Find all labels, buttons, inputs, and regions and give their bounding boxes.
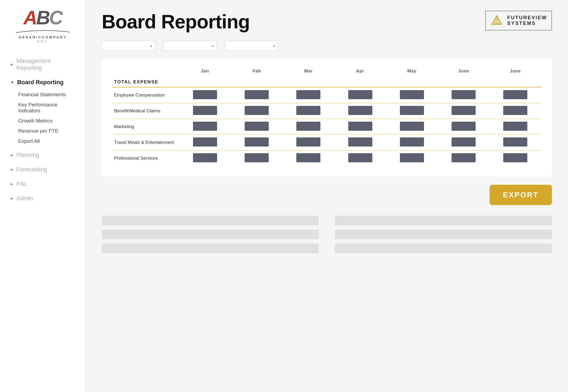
- table-header-jan: Jan: [179, 67, 231, 76]
- data-bar: [400, 153, 424, 162]
- sidebar-item-forecasting[interactable]: ▶ Forecasting: [8, 162, 77, 177]
- data-bar: [348, 137, 372, 147]
- board-reporting-subitems: Financial Statements Key Performance Ind…: [8, 90, 77, 146]
- logo-swoosh: [11, 27, 75, 35]
- table-header-may: May: [386, 67, 438, 76]
- placeholder-bar: [102, 244, 319, 253]
- data-cell: [179, 135, 231, 151]
- export-button[interactable]: EXPORT: [490, 185, 552, 205]
- table-header-row: Jan Feb Mar Apr May June June: [112, 67, 541, 76]
- data-bar: [296, 153, 320, 162]
- placeholder-bar: [102, 230, 319, 239]
- arrow-icon: ▶: [11, 182, 13, 186]
- filter-dropdown-1[interactable]: [102, 41, 155, 51]
- data-cell: [179, 87, 231, 103]
- data-cell: [334, 151, 386, 166]
- table-row: Travel Meals & Entertainment: [112, 135, 541, 151]
- data-cell: [438, 87, 489, 103]
- filter-wrapper-1: [102, 41, 155, 51]
- total-expense-label: TOTAL EXPENSE: [112, 76, 541, 87]
- data-cell: [490, 119, 541, 135]
- data-cell: [231, 151, 283, 166]
- table-row: Professional Services: [112, 151, 541, 166]
- sidebar-item-label: Forecasting: [16, 166, 47, 173]
- data-bar: [400, 137, 424, 147]
- data-bar: [193, 122, 217, 131]
- logo-company-name: GenericCompany: [18, 35, 67, 39]
- sidebar-item-revenue-per-fte[interactable]: Revenue per FTE: [17, 126, 77, 136]
- row-label-benefit-medical: Benefit/Medical Claims: [112, 103, 179, 119]
- row-label-marketing: Marketing: [112, 119, 179, 135]
- table-header-june1: June: [438, 67, 489, 76]
- data-cell: [334, 87, 386, 103]
- data-cell: [386, 103, 438, 119]
- sidebar-item-pandl[interactable]: ▶ P&L: [8, 177, 77, 191]
- bottom-area: [102, 216, 552, 253]
- data-cell: [490, 87, 541, 103]
- arrow-icon: ▼: [11, 80, 14, 84]
- data-cell: [283, 87, 334, 103]
- data-bar: [245, 106, 269, 115]
- row-label-travel: Travel Meals & Entertainment: [112, 135, 179, 151]
- arrow-icon: ▶: [11, 63, 13, 66]
- data-bar: [296, 106, 320, 115]
- filters-row: [102, 41, 552, 51]
- page-title: Board Reporting: [102, 11, 250, 33]
- placeholder-bar: [102, 216, 319, 225]
- data-bar: [452, 122, 476, 131]
- data-cell: [386, 151, 438, 166]
- brand-name-bottom: SYSTEMS: [507, 21, 547, 26]
- data-cell: [490, 151, 541, 166]
- arrow-icon: ▶: [11, 168, 13, 171]
- data-cell: [179, 103, 231, 119]
- brand-text: FUTUREVIEW SYSTEMS: [507, 15, 547, 26]
- placeholder-bar: [335, 244, 552, 253]
- data-cell: [490, 135, 541, 151]
- data-bar: [503, 90, 527, 99]
- data-cell: [334, 135, 386, 151]
- data-bar: [296, 90, 320, 99]
- table-header-empty: [112, 67, 179, 76]
- sidebar-item-financial-statements[interactable]: Financial Statements: [17, 90, 77, 100]
- data-cell: [438, 103, 489, 119]
- data-cell: [231, 87, 283, 103]
- data-bar: [503, 137, 527, 147]
- sidebar-item-admin[interactable]: ▶ Admin: [8, 191, 77, 206]
- logo-letters: A B C: [24, 8, 62, 27]
- logo-b: B: [36, 8, 49, 27]
- logo-area: A B C GenericCompany ABC: [8, 8, 78, 43]
- filter-dropdown-3[interactable]: [225, 41, 278, 51]
- data-cell: [283, 151, 334, 166]
- row-label-employee-compensation: Employee Compensation: [112, 87, 179, 103]
- data-bar: [193, 106, 217, 115]
- brand-name-top: FUTUREVIEW: [507, 15, 547, 21]
- total-expense-row: TOTAL EXPENSE: [112, 76, 541, 87]
- data-cell: [334, 119, 386, 135]
- data-bar: [400, 90, 424, 99]
- sidebar-item-label: Planning: [16, 152, 39, 159]
- data-cell: [283, 119, 334, 135]
- filter-wrapper-2: [163, 41, 217, 51]
- sidebar-item-board-reporting[interactable]: ▼ Board Reporting: [8, 75, 77, 90]
- filter-dropdown-2[interactable]: [163, 41, 217, 51]
- nav: ▶ Management Reporting ▼ Board Reporting…: [0, 54, 85, 206]
- data-cell: [334, 103, 386, 119]
- data-bar: [245, 137, 269, 147]
- data-cell: [386, 135, 438, 151]
- logo-a: A: [24, 8, 36, 27]
- data-cell: [386, 87, 438, 103]
- sidebar-item-growth-metrics[interactable]: Growth Metrics: [17, 116, 77, 126]
- data-bar: [348, 106, 372, 115]
- sidebar-item-planning[interactable]: ▶ Planning: [8, 148, 77, 162]
- sidebar-item-label: Management Reporting: [16, 57, 75, 71]
- table-header-feb: Feb: [231, 67, 283, 76]
- sidebar-item-export-all[interactable]: Export All: [17, 136, 77, 146]
- data-bar: [193, 137, 217, 147]
- row-label-professional-services: Professional Services: [112, 151, 179, 166]
- filter-wrapper-3: [225, 41, 278, 51]
- sidebar-item-label: Board Reporting: [17, 79, 64, 86]
- logo-c: C: [49, 8, 62, 27]
- sidebar-item-management-reporting[interactable]: ▶ Management Reporting: [8, 54, 77, 75]
- sidebar-item-key-performance-indicators[interactable]: Key Performance Indicators: [17, 100, 77, 116]
- table-header-apr: Apr: [334, 67, 386, 76]
